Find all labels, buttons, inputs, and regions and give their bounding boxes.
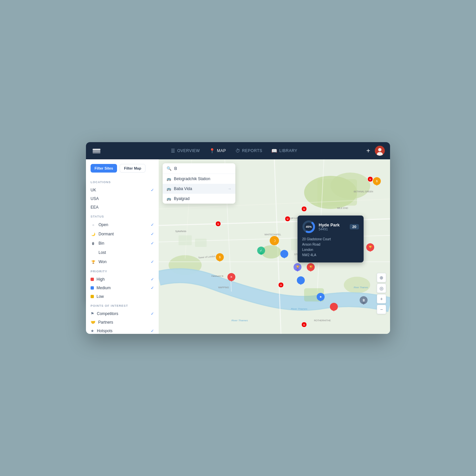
sidebar-item-open[interactable]: ○ Open ✓: [86, 220, 159, 229]
sidebar-item-uk[interactable]: UK ✓: [86, 186, 159, 194]
svg-text:U: U: [303, 324, 305, 326]
svg-text:River Thames: River Thames: [291, 307, 307, 310]
low-dot: [91, 295, 94, 298]
high-check: ✓: [151, 277, 154, 282]
sidebar-item-eea[interactable]: EEA: [86, 203, 159, 212]
nav-reports[interactable]: ⏱ REPORTS: [235, 148, 262, 153]
sidebar-item-won[interactable]: 🏆 Won ✓: [86, 257, 159, 266]
search-input-row: 🔍: [163, 163, 235, 174]
locations-section-label: LOCATIONS: [86, 177, 159, 186]
svg-point-11: [344, 277, 370, 293]
sidebar-item-medium[interactable]: Medium ✓: [86, 284, 159, 292]
sidebar-item-partners[interactable]: 🤝 Partners: [86, 318, 159, 327]
zoom-in-button[interactable]: +: [377, 294, 386, 303]
info-popup: 45% Hyde Park 54491 20 20 Gladstone Cour…: [298, 216, 364, 262]
top-nav: ☰ OVERVIEW 📍 MAP ⏱ REPORTS 📖 LIBRARY +: [86, 142, 390, 159]
medium-label: Medium: [97, 286, 111, 290]
sidebar-top: Filter Sites Filter Map: [86, 164, 159, 177]
svg-rect-0: [93, 149, 100, 150]
sidebar-item-low[interactable]: Low: [86, 292, 159, 301]
nav-library[interactable]: 📖 LIBRARY: [271, 148, 297, 153]
svg-text:✓: ✓: [260, 249, 262, 252]
search-result-byalgrad[interactable]: 🚌 Byalgrad: [163, 194, 235, 204]
svg-text:☽: ☽: [273, 239, 276, 243]
search-result-belogradchik[interactable]: 🚌 Belogradchik Station: [163, 174, 235, 184]
open-icon: ○: [91, 222, 96, 227]
sidebar-item-competitors[interactable]: ⚑ Competitors ✓: [86, 309, 159, 318]
sidebar-item-bin[interactable]: 🗑 Bin ✓: [86, 239, 159, 248]
sidebar-item-lost[interactable]: Lost: [86, 248, 159, 257]
svg-point-4: [378, 148, 381, 151]
sidebar-item-dormant[interactable]: 🌙 Dormant ✓: [86, 229, 159, 239]
dormant-check: ✓: [151, 232, 154, 236]
svg-text:🏆: 🏆: [309, 265, 313, 269]
bin-label: Bin: [99, 241, 104, 246]
popup-address-line1: 20 Gladstone Court: [302, 237, 359, 242]
reports-icon: ⏱: [235, 148, 240, 153]
hotspots-label: Hotspots: [97, 329, 112, 333]
bus-icon-1: 🚌: [167, 177, 171, 181]
logo: [91, 145, 102, 156]
add-button[interactable]: +: [366, 147, 370, 155]
avatar[interactable]: [375, 146, 385, 156]
search-result-label-1: Belogradchik Station: [174, 177, 210, 181]
search-icon: 🔍: [167, 166, 172, 171]
compass-button[interactable]: ⊕: [377, 273, 386, 282]
svg-rect-22: [178, 235, 192, 245]
popup-address-line4: NW2 4LA: [302, 253, 359, 258]
search-result-label-3: Byalgrad: [174, 196, 189, 201]
map-icon: 📍: [209, 148, 215, 153]
won-label: Won: [99, 259, 106, 264]
filter-sites-button[interactable]: Filter Sites: [91, 164, 117, 173]
uk-check: ✓: [151, 188, 154, 192]
pin-button[interactable]: ◎: [377, 284, 386, 293]
svg-rect-1: [93, 150, 100, 152]
svg-text:Fenchurch St: Fenchurch St: [212, 275, 223, 277]
status-section-label: STATUS: [86, 212, 159, 220]
sidebar-item-usa[interactable]: USA: [86, 194, 159, 203]
popup-badge: 20: [350, 224, 359, 229]
usa-label: USA: [91, 196, 99, 201]
hotspots-check: ✓: [151, 329, 154, 333]
svg-text:U: U: [217, 223, 219, 225]
nav-overview[interactable]: ☰ OVERVIEW: [171, 148, 200, 153]
svg-text:U: U: [287, 218, 288, 220]
map-controls: ⊕ ◎ + −: [377, 273, 386, 314]
filter-map-button[interactable]: Filter Map: [120, 164, 145, 173]
search-dropdown: 🔍 🚌 Belogradchik Station 🚌 Baba Vida → 🚌: [163, 163, 235, 204]
hotspots-icon: ★: [91, 329, 94, 333]
popup-header: 45% Hyde Park 54491 20: [302, 220, 359, 233]
dormant-label: Dormant: [99, 232, 114, 236]
overview-icon: ☰: [171, 148, 176, 153]
sidebar-item-high[interactable]: High ✓: [86, 275, 159, 284]
popup-id: 54491: [319, 227, 340, 231]
svg-rect-2: [93, 152, 100, 153]
nav-right: +: [366, 146, 385, 156]
popup-address: 20 Gladstone Court Anson Road London NW2…: [302, 237, 359, 258]
sidebar-item-hotspots[interactable]: ★ Hotspots ✓: [86, 327, 159, 334]
svg-rect-23: [195, 239, 207, 247]
poi-section-label: POINTS OF INTEREST: [86, 301, 159, 309]
popup-address-line2: Anson Road: [302, 242, 359, 247]
bin-icon: 🗑: [91, 241, 96, 246]
popup-donut: 45%: [302, 220, 315, 233]
svg-text:🗑: 🗑: [362, 298, 365, 302]
svg-text:$: $: [376, 179, 377, 183]
svg-text:WHITECHAPEL: WHITECHAPEL: [264, 233, 281, 236]
search-result-baba-vida[interactable]: 🚌 Baba Vida →: [163, 184, 235, 194]
svg-text:BETHNAL GREEN: BETHNAL GREEN: [354, 190, 373, 193]
nav-links: ☰ OVERVIEW 📍 MAP ⏱ REPORTS 📖 LIBRARY: [102, 148, 366, 153]
popup-title: Hyde Park: [319, 222, 340, 227]
svg-text:River Thames: River Thames: [354, 286, 368, 289]
search-input[interactable]: [174, 166, 231, 171]
medium-dot: [91, 286, 94, 290]
nav-map[interactable]: 📍 MAP: [209, 148, 226, 153]
map-background: Tower of London WHITECHAPEL STEPNEY WAPP…: [159, 159, 390, 334]
medium-check: ✓: [151, 286, 154, 290]
map-area[interactable]: Tower of London WHITECHAPEL STEPNEY WAPP…: [159, 159, 390, 334]
svg-text:River Thames: River Thames: [231, 319, 248, 322]
bus-icon-2: 🚌: [167, 187, 171, 191]
zoom-out-button[interactable]: −: [377, 305, 386, 314]
arrow-icon: →: [228, 187, 231, 191]
competitors-icon: ⚑: [91, 311, 94, 316]
